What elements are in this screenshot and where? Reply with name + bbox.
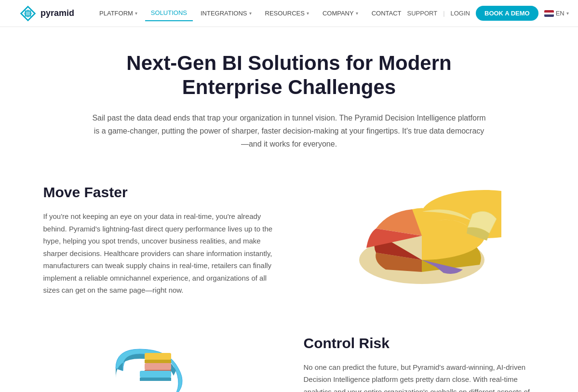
company-chevron-icon: ▾ [356, 11, 358, 16]
move-faster-text: Move Faster If you're not keeping an eye… [43, 184, 275, 297]
move-faster-body: If you're not keeping an eye on your dat… [43, 210, 275, 297]
nav-resources[interactable]: RESOURCES ▾ [259, 6, 315, 21]
support-link[interactable]: SUPPORT [407, 10, 438, 17]
control-risk-body: No one can predict the future, but Pyram… [304, 361, 535, 392]
login-link[interactable]: LOGIN [451, 10, 470, 17]
control-risk-text: Control Risk No one can predict the futu… [304, 335, 535, 392]
nav-separator: | [443, 10, 444, 17]
lang-label: EN [556, 10, 565, 17]
hero-section: Next-Gen BI Solutions for Modern Enterpr… [72, 27, 506, 165]
language-selector[interactable]: EN ▾ [544, 10, 569, 17]
book-demo-button[interactable]: BOOK A DEMO [476, 6, 538, 21]
hero-title: Next-Gen BI Solutions for Modern Enterpr… [92, 51, 487, 100]
main-nav: pyramid PLATFORM ▾ SOLUTIONS INTEGRATION… [0, 0, 578, 27]
move-faster-heading: Move Faster [43, 184, 275, 201]
logo-link[interactable]: pyramid [19, 5, 74, 22]
control-risk-visual [43, 339, 275, 392]
move-faster-section: Move Faster If you're not keeping an eye… [24, 165, 554, 316]
pie-chart-illustration [337, 185, 501, 296]
move-faster-visual [304, 185, 535, 296]
lang-chevron-icon: ▾ [566, 11, 569, 16]
hero-description: Sail past the data dead ends that trap y… [92, 111, 487, 151]
logo-icon [19, 5, 37, 22]
svg-rect-5 [145, 353, 171, 360]
nav-solutions[interactable]: SOLUTIONS [145, 5, 193, 21]
svg-rect-7 [140, 371, 171, 378]
nav-integrations[interactable]: INTEGRATIONS ▾ [195, 6, 257, 21]
platform-chevron-icon: ▾ [135, 11, 137, 16]
integrations-chevron-icon: ▾ [249, 11, 252, 16]
flag-icon [544, 10, 554, 17]
resources-chevron-icon: ▾ [307, 11, 309, 16]
nav-platform[interactable]: PLATFORM ▾ [94, 6, 143, 21]
control-risk-section: Control Risk No one can predict the futu… [24, 316, 554, 392]
nav-right: SUPPORT | LOGIN BOOK A DEMO EN ▾ [407, 6, 569, 21]
control-risk-heading: Control Risk [304, 335, 535, 351]
logo-text: pyramid [40, 8, 74, 18]
svg-rect-6 [145, 363, 171, 370]
nav-contact[interactable]: CONTACT [366, 6, 407, 21]
nav-links: PLATFORM ▾ SOLUTIONS INTEGRATIONS ▾ RESO… [94, 5, 407, 21]
bar-chart-illustration [77, 339, 241, 392]
nav-company[interactable]: COMPANY ▾ [317, 6, 364, 21]
